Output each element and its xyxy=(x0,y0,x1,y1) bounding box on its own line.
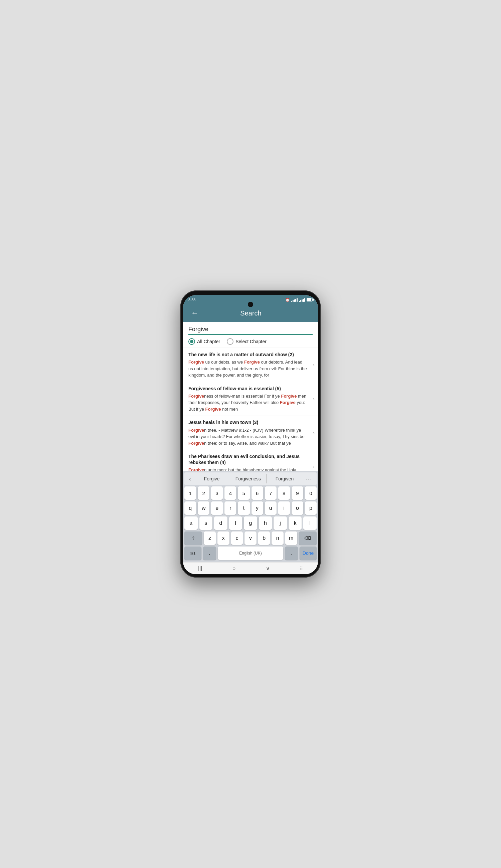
key-1[interactable]: 1 xyxy=(184,486,196,500)
all-chapter-radio[interactable] xyxy=(188,338,195,345)
key-f[interactable]: f xyxy=(229,517,243,530)
nav-apps-icon[interactable]: ⠿ xyxy=(295,565,308,572)
key-r[interactable]: r xyxy=(224,501,236,515)
key-t[interactable]: t xyxy=(238,501,249,515)
key-v[interactable]: v xyxy=(245,531,256,545)
key-b[interactable]: b xyxy=(258,531,270,545)
key-shift[interactable]: ⇧ xyxy=(184,531,202,545)
keyboard-bottom-row: !#1 , English (UK) . Done xyxy=(184,546,317,560)
key-6[interactable]: 6 xyxy=(252,486,263,500)
highlight-forgive: Forgive xyxy=(188,360,204,365)
key-q[interactable]: q xyxy=(184,501,196,515)
result-title-2: Forgiveness of fellow-man is essential (… xyxy=(188,386,307,392)
status-icons: ⏰ xyxy=(285,298,313,302)
filter-options: All Chapter Select Chapter xyxy=(188,338,313,345)
key-space[interactable]: English (UK) xyxy=(218,546,283,560)
key-symbols[interactable]: !#1 xyxy=(184,546,201,560)
keyboard-suggestions: ‹ Forgive Forgiveness Forgiven ⋯ xyxy=(184,473,317,485)
key-3[interactable]: 3 xyxy=(211,486,223,500)
nav-back-icon[interactable]: ||| xyxy=(193,564,207,573)
nav-recents-icon[interactable]: ∨ xyxy=(260,564,275,573)
all-chapter-label: All Chapter xyxy=(197,339,220,344)
search-input-wrapper xyxy=(188,326,313,335)
alarm-icon: ⏰ xyxy=(285,298,290,302)
key-a[interactable]: a xyxy=(184,517,198,530)
key-k[interactable]: k xyxy=(289,517,302,530)
result-item-3[interactable]: Jesus heals in his own town (3) Forgiven… xyxy=(183,416,318,450)
suggestion-forgive[interactable]: Forgive xyxy=(194,474,230,484)
key-c[interactable]: c xyxy=(231,531,243,545)
key-w[interactable]: w xyxy=(198,501,210,515)
key-8[interactable]: 8 xyxy=(278,486,290,500)
key-4[interactable]: 4 xyxy=(224,486,236,500)
result-text-3: Forgiven thee. - Matthew 9:1-2 - (KJV) W… xyxy=(188,427,307,447)
suggestion-forgiven[interactable]: Forgiven xyxy=(267,474,302,484)
key-o[interactable]: o xyxy=(291,501,303,515)
select-chapter-radio[interactable] xyxy=(227,338,233,345)
result-item-1[interactable]: The new life is not a matter of outward … xyxy=(183,348,318,382)
result-text-1: Forgive us our debts, as we Forgive our … xyxy=(188,359,307,379)
chevron-right-icon: › xyxy=(313,396,315,402)
search-input[interactable] xyxy=(188,326,313,333)
highlight-forgive: Forgive xyxy=(188,394,204,399)
results-list: The new life is not a matter of outward … xyxy=(183,348,318,471)
signal-bars-1 xyxy=(291,298,298,302)
highlight-forgive: Forgive xyxy=(281,394,297,399)
nav-home-icon[interactable]: ○ xyxy=(227,564,241,573)
key-comma[interactable]: , xyxy=(203,546,216,560)
result-title-4: The Pharisees draw an evil conclusion, a… xyxy=(188,453,307,465)
status-time: 3:38 xyxy=(188,298,195,302)
key-x[interactable]: x xyxy=(217,531,230,545)
key-5[interactable]: 5 xyxy=(238,486,249,500)
status-bar: 3:38 ⏰ xyxy=(183,295,318,304)
suggestion-forgiveness[interactable]: Forgiveness xyxy=(230,474,267,484)
keyboard-number-row: 1 2 3 4 5 6 7 8 9 0 xyxy=(184,486,317,500)
key-9[interactable]: 9 xyxy=(291,486,303,500)
chevron-right-icon: › xyxy=(313,430,315,436)
kbd-more-icon[interactable]: ⋯ xyxy=(302,474,315,484)
highlight-forgive: Forgive xyxy=(188,428,204,433)
key-p[interactable]: p xyxy=(305,501,317,515)
result-item-4[interactable]: The Pharisees draw an evil conclusion, a… xyxy=(183,450,318,471)
result-item-2[interactable]: Forgiveness of fellow-man is essential (… xyxy=(183,382,318,416)
key-j[interactable]: j xyxy=(274,517,287,530)
key-e[interactable]: e xyxy=(211,501,223,515)
page-title: Search xyxy=(201,310,301,317)
result-title-1: The new life is not a matter of outward … xyxy=(188,351,307,358)
key-period[interactable]: . xyxy=(285,546,298,560)
camera-notch xyxy=(248,302,253,307)
key-m[interactable]: m xyxy=(285,531,297,545)
keyboard-qwerty-row: q w e r t y u i o p xyxy=(184,501,317,515)
key-done[interactable]: Done xyxy=(300,546,317,560)
nav-bar: ||| ○ ∨ ⠿ xyxy=(183,562,318,574)
key-l[interactable]: l xyxy=(303,517,317,530)
highlight-forgive: Forgive xyxy=(280,400,296,405)
highlight-forgive: Forgive xyxy=(205,406,221,412)
phone-screen: 3:38 ⏰ xyxy=(183,295,318,574)
select-chapter-label: Select Chapter xyxy=(235,339,267,344)
keyboard-zxcv-row: ⇧ z x c v b n m ⌫ xyxy=(184,531,317,545)
key-backspace[interactable]: ⌫ xyxy=(299,531,317,545)
back-button[interactable]: ← xyxy=(188,307,201,319)
key-d[interactable]: d xyxy=(214,517,227,530)
phone-frame: 3:38 ⏰ xyxy=(180,291,321,577)
search-area: All Chapter Select Chapter xyxy=(183,322,318,348)
key-i[interactable]: i xyxy=(278,501,290,515)
key-0[interactable]: 0 xyxy=(305,486,317,500)
key-g[interactable]: g xyxy=(244,517,257,530)
keyboard: ‹ Forgive Forgiveness Forgiven ⋯ 1 2 3 4… xyxy=(183,471,318,562)
key-n[interactable]: n xyxy=(271,531,284,545)
key-7[interactable]: 7 xyxy=(265,486,277,500)
all-chapter-option[interactable]: All Chapter xyxy=(188,338,220,345)
kbd-back-icon[interactable]: ‹ xyxy=(186,474,194,484)
key-2[interactable]: 2 xyxy=(198,486,210,500)
key-z[interactable]: z xyxy=(204,531,216,545)
signal-bars-2 xyxy=(299,298,305,302)
highlight-forgive: Forgive xyxy=(188,467,204,471)
key-y[interactable]: y xyxy=(252,501,263,515)
key-u[interactable]: u xyxy=(265,501,277,515)
key-h[interactable]: h xyxy=(259,517,272,530)
select-chapter-option[interactable]: Select Chapter xyxy=(227,338,267,345)
key-s[interactable]: s xyxy=(199,517,213,530)
result-text-2: Forgiveness of fellow-man is essential F… xyxy=(188,393,307,413)
